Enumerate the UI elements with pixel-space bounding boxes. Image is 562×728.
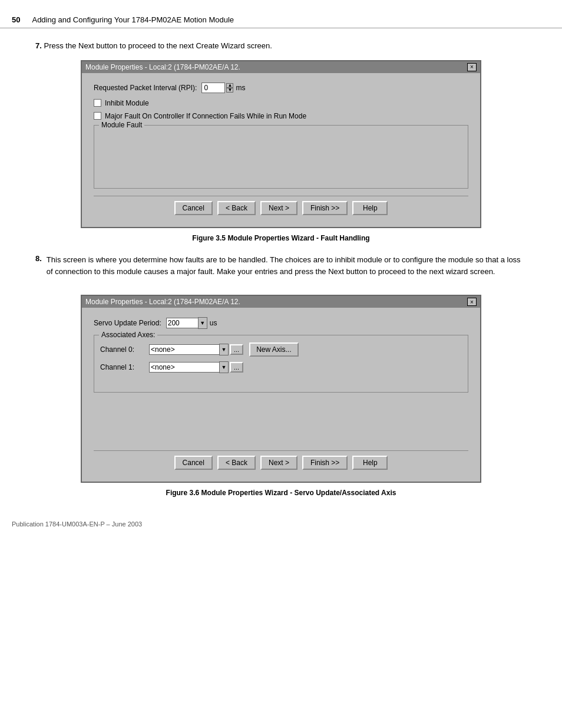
servo-row: Servo Update Period: ▼ us	[94, 317, 468, 329]
page-wrapper: 50 Adding and Configuring Your 1784-PM02…	[0, 0, 562, 545]
dialog2-cancel-button[interactable]: Cancel	[174, 456, 213, 470]
step8-number: 8.	[35, 254, 42, 287]
channel1-browse-button[interactable]: ...	[230, 362, 243, 373]
channel1-row: Channel 1: ▼ ...	[100, 361, 462, 373]
dialog1-next-button[interactable]: Next >	[260, 201, 297, 215]
dialog1-title: Module Properties - Local:2 (1784-PM02AE…	[85, 63, 240, 71]
rpi-unit: ms	[236, 84, 245, 92]
inhibit-module-label: Inhibit Module	[105, 99, 149, 107]
rpi-label: Requested Packet Interval (RPI):	[94, 84, 197, 92]
dialog1-footer: Cancel < Back Next > Finish >> Help	[94, 196, 468, 221]
servo-label: Servo Update Period:	[94, 319, 161, 327]
dialog1-back-button[interactable]: < Back	[217, 201, 256, 215]
associated-axes-content: Channel 0: ▼ ... New Axis... Channel 1:	[100, 339, 462, 386]
page-number: 50	[12, 15, 20, 24]
servo-unit: us	[210, 319, 217, 327]
figure1-caption: Figure 3.5 Module Properties Wizard - Fa…	[35, 234, 527, 242]
servo-input[interactable]	[166, 318, 199, 328]
dialog1-titlebar: Module Properties - Local:2 (1784-PM02AE…	[82, 61, 480, 73]
step7-number: 7.	[35, 41, 42, 50]
header-title: Adding and Configuring Your 1784-PM02AE …	[32, 15, 234, 24]
dialog2-footer: Cancel < Back Next > Finish >> Help	[94, 450, 468, 476]
figure2-caption: Figure 3.6 Module Properties Wizard - Se…	[35, 489, 527, 497]
rpi-spinner: ▲ ▼	[226, 83, 233, 93]
dialog1-help-button[interactable]: Help	[352, 201, 388, 215]
channel0-select-wrapper: ▼ ...	[149, 344, 243, 355]
content-area: 7. Press the Next button to proceed to t…	[0, 40, 562, 497]
dialog2-next-button[interactable]: Next >	[260, 456, 297, 470]
dialog1-cancel-button[interactable]: Cancel	[174, 201, 213, 215]
dialog2-spacer	[94, 400, 468, 447]
associated-axes-label: Associated Axes:	[99, 331, 157, 339]
servo-dropdown-arrow[interactable]: ▼	[198, 317, 207, 329]
step7-body: Press the Next button to proceed to the …	[44, 41, 272, 50]
module-fault-label: Module Fault	[99, 121, 144, 129]
inhibit-module-checkbox[interactable]	[94, 99, 101, 107]
footer-bar: Publication 1784-UM003A-EN-P – June 2003	[0, 515, 562, 533]
channel0-label: Channel 0:	[100, 345, 144, 354]
dialog2-body: Servo Update Period: ▼ us Associated Axe…	[82, 308, 480, 482]
channel0-row: Channel 0: ▼ ... New Axis...	[100, 342, 462, 357]
channel1-input[interactable]	[149, 362, 220, 373]
channel1-label: Channel 1:	[100, 363, 144, 371]
inhibit-module-row: Inhibit Module	[94, 99, 468, 107]
dialog2-help-button[interactable]: Help	[352, 456, 388, 470]
major-fault-row: Major Fault On Controller If Connection …	[94, 112, 468, 120]
rpi-spinner-down[interactable]: ▼	[226, 88, 233, 93]
dialog2-window: Module Properties - Local:2 (1784-PM02AE…	[81, 295, 481, 483]
dialog1-finish-button[interactable]: Finish >>	[302, 201, 348, 215]
dialog2-close-button[interactable]: ×	[467, 298, 477, 306]
step8-intro: 8. This screen is where you determine ho…	[35, 254, 527, 287]
module-fault-content	[100, 129, 462, 182]
dialog2-back-button[interactable]: < Back	[217, 456, 256, 470]
major-fault-checkbox[interactable]	[94, 112, 101, 120]
dialog2-title: Module Properties - Local:2 (1784-PM02AE…	[85, 298, 240, 306]
new-axis-button[interactable]: New Axis...	[249, 342, 298, 357]
channel0-browse-button[interactable]: ...	[230, 344, 243, 355]
dialog2-titlebar: Module Properties - Local:2 (1784-PM02AE…	[82, 296, 480, 308]
dialog1-close-button[interactable]: ×	[467, 63, 477, 71]
step8-text: This screen is where you determine how f…	[47, 254, 527, 279]
dialog1-window: Module Properties - Local:2 (1784-PM02AE…	[81, 60, 481, 228]
footer-text: Publication 1784-UM003A-EN-P – June 2003	[12, 521, 142, 528]
module-fault-group: Module Fault	[94, 125, 468, 189]
dialog1-body: Requested Packet Interval (RPI): ▲ ▼ ms …	[82, 73, 480, 227]
rpi-row: Requested Packet Interval (RPI): ▲ ▼ ms	[94, 83, 468, 93]
header-bar: 50 Adding and Configuring Your 1784-PM02…	[0, 12, 562, 28]
associated-axes-group: Associated Axes: Channel 0: ▼ ... New Ax…	[94, 335, 468, 393]
rpi-input[interactable]	[201, 83, 225, 93]
major-fault-label: Major Fault On Controller If Connection …	[105, 112, 306, 120]
channel0-dropdown-arrow[interactable]: ▼	[219, 344, 229, 355]
step7-text: 7. Press the Next button to proceed to t…	[35, 40, 527, 52]
channel1-select-wrapper: ▼ ...	[149, 361, 243, 373]
channel0-input[interactable]	[149, 344, 220, 355]
dialog2-finish-button[interactable]: Finish >>	[302, 456, 348, 470]
channel1-dropdown-arrow[interactable]: ▼	[219, 361, 229, 373]
